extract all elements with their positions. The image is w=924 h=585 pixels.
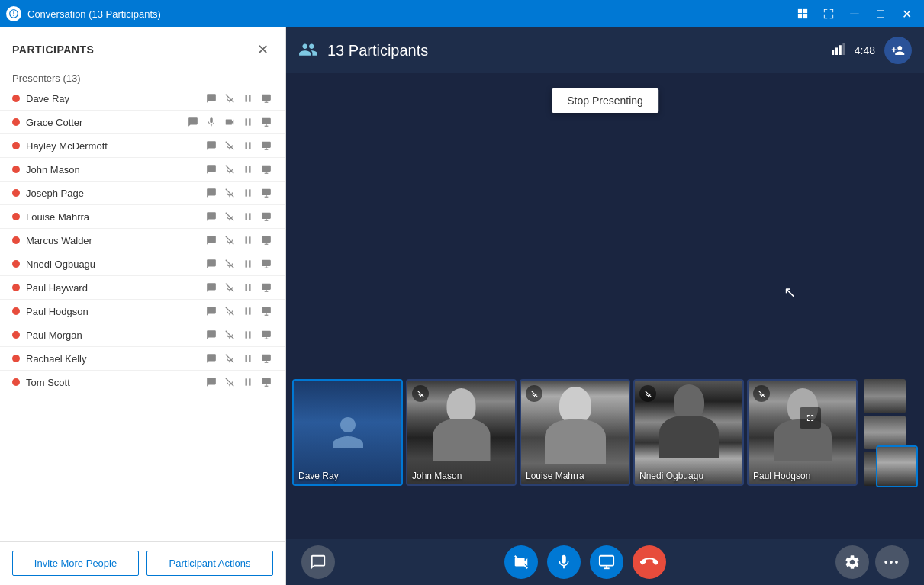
- status-dot: [12, 95, 20, 102]
- mic-muted-icon[interactable]: [223, 257, 237, 271]
- pause-icon[interactable]: [241, 139, 255, 153]
- chat-icon[interactable]: [204, 281, 218, 294]
- participant-name: Tom Scott: [26, 377, 198, 388]
- minimize-button[interactable]: ─: [843, 2, 866, 25]
- monitor-icon[interactable]: [259, 115, 273, 129]
- chat-icon[interactable]: [204, 92, 218, 105]
- sidebar-footer: Invite More People Participant Actions: [0, 541, 285, 585]
- skype-logo: [6, 6, 21, 21]
- pause-icon[interactable]: [241, 281, 255, 294]
- mic-muted-icon[interactable]: [223, 281, 237, 294]
- mini-thumb-2[interactable]: [864, 416, 906, 450]
- more-options-button[interactable]: •••: [875, 545, 909, 579]
- svg-rect-24: [262, 166, 271, 172]
- monitor-icon[interactable]: [259, 257, 273, 271]
- participant-icons: [204, 352, 273, 365]
- mini-thumb-1[interactable]: [864, 379, 906, 413]
- chat-icon[interactable]: [204, 233, 218, 247]
- monitor-icon[interactable]: [259, 233, 273, 247]
- mute-indicator-john-mason: [412, 385, 429, 402]
- participants-list: Dave Ray: [0, 87, 285, 541]
- monitor-icon[interactable]: [259, 328, 273, 342]
- pause-icon[interactable]: [241, 257, 255, 271]
- monitor-icon[interactable]: [259, 139, 273, 153]
- hang-up-button[interactable]: [633, 545, 666, 579]
- mic-muted-icon[interactable]: [223, 352, 237, 365]
- close-button[interactable]: ✕: [895, 2, 918, 25]
- svg-rect-84: [842, 43, 845, 55]
- video-thumb-john-mason[interactable]: John Mason: [406, 379, 517, 486]
- toggle-video-button[interactable]: [504, 545, 538, 579]
- mic-muted-icon[interactable]: [223, 186, 237, 200]
- pause-icon[interactable]: [241, 328, 255, 342]
- chat-icon[interactable]: [204, 375, 218, 389]
- svg-rect-12: [262, 118, 271, 124]
- chat-icon[interactable]: [204, 186, 218, 200]
- pause-icon[interactable]: [241, 352, 255, 365]
- monitor-icon[interactable]: [259, 281, 273, 294]
- pause-icon[interactable]: [241, 210, 255, 223]
- snap-button[interactable]: [791, 2, 814, 25]
- pause-icon[interactable]: [241, 186, 255, 200]
- monitor-icon[interactable]: [259, 375, 273, 389]
- pause-icon[interactable]: [241, 304, 255, 318]
- participant-name: Grace Cotter: [26, 117, 180, 128]
- participant-actions-button[interactable]: Participant Actions: [146, 551, 273, 576]
- mic-muted-icon[interactable]: [223, 162, 237, 176]
- video-thumb-paul-hodgson[interactable]: Paul Hodgson: [747, 379, 858, 486]
- chat-button[interactable]: [301, 545, 335, 579]
- pause-icon[interactable]: [241, 162, 255, 176]
- pause-icon[interactable]: [241, 375, 255, 389]
- video-thumb-dave-ray[interactable]: Dave Ray: [292, 379, 403, 486]
- restore-button[interactable]: □: [869, 2, 892, 25]
- pause-icon[interactable]: [241, 233, 255, 247]
- settings-button[interactable]: [835, 545, 869, 579]
- chat-icon[interactable]: [204, 352, 218, 365]
- titlebar: Conversation (13 Participants) ─ □ ✕: [0, 0, 924, 27]
- pause-icon[interactable]: [241, 115, 255, 129]
- monitor-icon[interactable]: [259, 162, 273, 176]
- chat-icon[interactable]: [186, 115, 200, 129]
- chat-icon[interactable]: [204, 139, 218, 153]
- participant-name: Dave Ray: [26, 93, 198, 104]
- mic-on-icon[interactable]: [204, 115, 218, 129]
- video-icon[interactable]: [223, 115, 237, 129]
- svg-rect-5: [246, 95, 247, 101]
- close-sidebar-button[interactable]: ✕: [253, 40, 273, 59]
- expand-button[interactable]: [817, 2, 840, 25]
- expand-thumbnail-button[interactable]: [800, 407, 821, 429]
- pause-icon[interactable]: [241, 92, 255, 105]
- svg-rect-48: [262, 260, 271, 266]
- svg-rect-1: [803, 9, 807, 13]
- monitor-icon[interactable]: [259, 304, 273, 318]
- stop-presenting-button[interactable]: Stop Presenting: [552, 88, 658, 113]
- monitor-icon[interactable]: [259, 352, 273, 365]
- monitor-icon[interactable]: [259, 210, 273, 223]
- chat-icon[interactable]: [204, 162, 218, 176]
- titlebar-left: Conversation (13 Participants): [6, 6, 161, 21]
- chat-icon[interactable]: [204, 257, 218, 271]
- chat-icon[interactable]: [204, 328, 218, 342]
- chat-icon[interactable]: [204, 304, 218, 318]
- chat-icon[interactable]: [204, 210, 218, 223]
- video-thumb-louise-mahrra[interactable]: Louise Mahrra: [520, 379, 630, 486]
- mic-muted-icon[interactable]: [223, 304, 237, 318]
- monitor-icon[interactable]: [259, 186, 273, 200]
- invite-more-button[interactable]: Invite More People: [12, 551, 139, 576]
- mic-muted-icon[interactable]: [223, 139, 237, 153]
- svg-rect-70: [246, 355, 247, 362]
- video-thumb-nnedi-ogbuagu[interactable]: Nnedi Ogbuagu: [633, 379, 744, 486]
- mic-muted-icon[interactable]: [223, 233, 237, 247]
- mic-muted-icon[interactable]: [223, 328, 237, 342]
- add-participant-button[interactable]: [884, 37, 912, 64]
- mic-icon[interactable]: [223, 92, 237, 105]
- monitor-icon[interactable]: [259, 92, 273, 105]
- mute-indicator-louise-mahrra: [526, 385, 542, 402]
- status-dot: [12, 142, 20, 149]
- screen-share-button[interactable]: [590, 545, 623, 579]
- participants-sidebar: PARTICIPANTS ✕ Presenters (13) Dave Ray: [0, 27, 286, 585]
- pinned-thumbnail[interactable]: [876, 445, 918, 487]
- mic-muted-icon[interactable]: [223, 210, 237, 223]
- toggle-mic-button[interactable]: [547, 545, 581, 579]
- mic-muted-icon[interactable]: [223, 375, 237, 389]
